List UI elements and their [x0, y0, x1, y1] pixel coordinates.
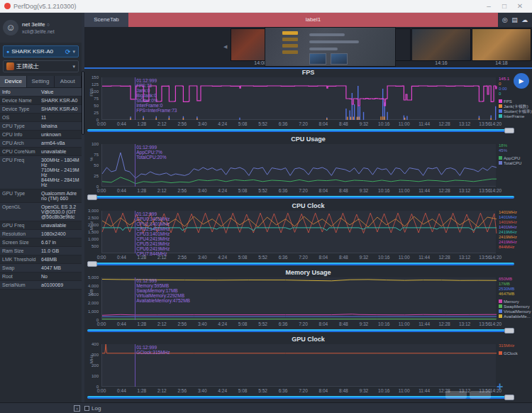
value-cell: SHARK KSR-A0	[39, 97, 82, 104]
x-tick-label: 2:56	[177, 321, 187, 326]
x-tick-label: 13:12	[459, 121, 470, 126]
x-tick-label: 2:56	[177, 188, 187, 193]
y-tick-label: 1,000	[84, 309, 99, 314]
info-cell: Info	[0, 88, 39, 96]
legend-item[interactable]: Jank(卡顿数)	[499, 104, 532, 109]
current-value: 1401MHz	[499, 220, 532, 225]
scrollbar-handle[interactable]	[504, 128, 514, 133]
user-card: ☺ net 3elife ○ xcil@3elife.net	[0, 13, 82, 43]
settings-popup-thumbnail[interactable]	[265, 27, 396, 67]
video-thumbnail[interactable]	[411, 28, 471, 61]
scroll-left-icon[interactable]: ◀	[223, 44, 227, 50]
window-title: PerfDog(v5.1.210300)	[13, 3, 481, 10]
x-tick-label: 3:40	[198, 321, 207, 326]
x-tick-label: 7:20	[299, 121, 308, 126]
video-thumbnail[interactable]	[472, 28, 531, 61]
sidebar: ☺ net 3elife ○ xcil@3elife.net ● SHARK K…	[0, 13, 82, 402]
legend-swatch	[499, 304, 502, 308]
y-tick-label: 100	[84, 374, 99, 378]
current-value: 17MB	[499, 282, 532, 287]
x-tick-label: 8:48	[339, 188, 348, 193]
table-row: OS11	[0, 114, 82, 122]
x-tick-label: 9:32	[359, 188, 368, 193]
minimize-button[interactable]: –	[481, 1, 497, 11]
y-tick-label: 25	[84, 111, 99, 115]
x-tick-label: 11:00	[399, 188, 410, 193]
zoom-out-button[interactable]	[445, 391, 467, 399]
legend-item[interactable]: TotalCPU	[499, 161, 532, 166]
cloud-icon[interactable]: ☁	[521, 16, 528, 23]
x-tick-label: 0:00	[97, 255, 106, 260]
sidebar-tab-about[interactable]: About	[55, 76, 82, 87]
location-icon[interactable]: ◎	[502, 16, 508, 23]
info-cell: Swap	[0, 264, 39, 272]
legend-item[interactable]: Memory	[499, 299, 532, 304]
charts-panel: ▶ FPSFPS025507510012515001:12:999FPS:73J…	[84, 69, 532, 402]
legend-item[interactable]: Stutter(卡顿率)	[499, 109, 532, 114]
x-tick-label: 5:52	[258, 121, 267, 126]
sidebar-tab-device[interactable]: Device	[0, 76, 27, 87]
legend-item[interactable]: GClock	[499, 351, 532, 356]
perfdog-window: PerfDog(v5.1.210300) – □ ✕ ☺ net 3elife …	[0, 0, 532, 413]
log-panel-icon[interactable]: ▪	[74, 405, 80, 412]
tooltip-line	[135, 77, 135, 120]
x-tick-label: 10:16	[378, 255, 389, 260]
close-button[interactable]: ✕	[512, 1, 528, 11]
game-select[interactable]: 王牌战士 ▾	[3, 60, 79, 72]
x-tick-label: 11:00	[399, 388, 410, 393]
tooltip: 01:12:999Memory:595MBSwapMemory:17MBVirt…	[136, 278, 190, 303]
game-select-value: 王牌战士	[16, 62, 72, 70]
app-logo-icon	[4, 3, 11, 9]
scrollbar-handle[interactable]	[87, 194, 97, 200]
play-button[interactable]: ▶	[514, 73, 529, 89]
x-tick-label: 13:56	[479, 321, 490, 326]
chart-scrollbar[interactable]	[87, 263, 514, 265]
tab-scene[interactable]: SceneTab	[84, 13, 128, 27]
x-tick-label: 4:24	[218, 321, 227, 326]
x-tick-label: 11:44	[419, 121, 430, 126]
legend-item[interactable]: AvailableMe...	[499, 314, 532, 319]
legend-item[interactable]: InterFrame	[499, 114, 532, 119]
zoom-in-button[interactable]	[470, 391, 491, 399]
device-select[interactable]: ● SHARK KSR-A0 ⟳ ▾	[3, 45, 79, 57]
maximize-button[interactable]: □	[497, 1, 512, 11]
table-row: OpenGLOpenGL ES 3.2 V@0530.0 (GIT@56c8b3…	[0, 203, 82, 221]
chart-scrollbar[interactable]	[87, 129, 514, 132]
x-tick-label: 0:00	[97, 188, 106, 193]
x-tick-label: 2:12	[157, 188, 167, 193]
tab-label1[interactable]: label1	[128, 13, 498, 27]
chart-scrollbar[interactable]	[87, 329, 514, 332]
x-tick-label: 13:56	[479, 121, 490, 126]
x-tick-label: 11:00	[399, 121, 410, 126]
current-value: 18%	[499, 143, 532, 148]
log-checkbox[interactable]	[84, 406, 89, 411]
legend-item[interactable]: VirtualMemory	[499, 309, 532, 314]
scrollbar-handle[interactable]	[504, 395, 514, 400]
info-cell: GPU Freq	[0, 221, 39, 229]
chart-scrollbar[interactable]	[87, 196, 514, 199]
table-row: SerialNuma0100069	[0, 281, 82, 290]
legend-item[interactable]: FPS	[499, 99, 532, 104]
chart-cpu-clock: CPU ClockMHz5001,0001,5002,0002,5003,000…	[84, 202, 532, 269]
scrollbar-handle[interactable]	[87, 261, 97, 267]
x-tick-label: 5:08	[238, 388, 248, 393]
x-tick-label: 6:36	[279, 321, 288, 326]
x-tick-label: 0:44	[117, 388, 126, 393]
chevron-down-icon: ▾	[72, 49, 75, 55]
y-tick-label: 100	[84, 89, 99, 94]
y-tick-label: 1,500	[84, 230, 99, 234]
sidebar-tab-setting[interactable]: Setting	[27, 76, 54, 87]
x-tick-label: 4:24	[218, 121, 227, 126]
legend-item[interactable]: AppCPU	[499, 156, 532, 161]
current-value: 0:00	[499, 87, 532, 92]
x-tick-label: 2:56	[177, 121, 187, 126]
folder-icon[interactable]: ▤	[511, 16, 518, 23]
x-tick-label: 5:52	[258, 188, 267, 193]
scrollbar-handle[interactable]	[504, 328, 514, 334]
value-cell: SHARK KSR-A0	[39, 105, 82, 113]
legend-item[interactable]: SwapMemory	[499, 304, 532, 309]
chart-title: Memory Usage	[84, 269, 532, 276]
current-value: 315MHz	[499, 343, 532, 348]
refresh-icon[interactable]: ⟳	[65, 48, 71, 55]
x-tick-label: 8:48	[339, 121, 348, 126]
